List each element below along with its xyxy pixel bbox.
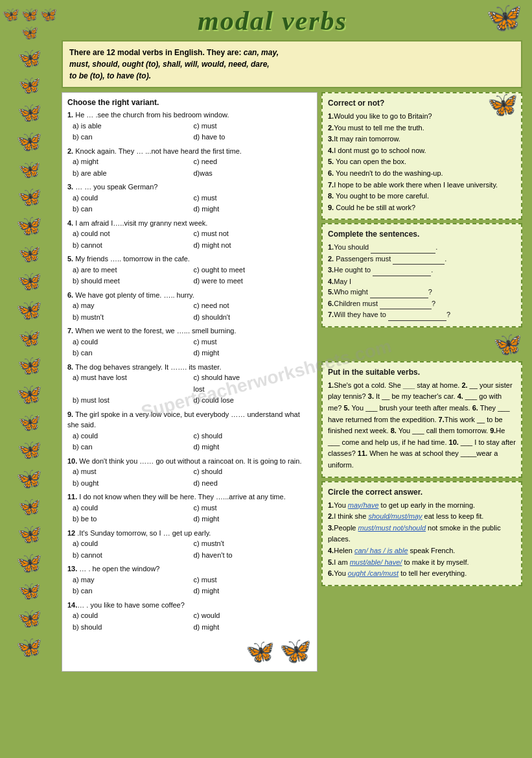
q4-opt-d: d) might not [194,240,312,251]
q14-opt-d: d) might [194,622,312,633]
q7-opt-d: d) might [194,348,312,359]
q6-opt-b: b) mustn't [73,312,191,323]
circle-section: Circle the correct answer. 1.You may/hav… [321,481,522,586]
q13-opt-c: c) must [194,574,312,586]
q1-opt-b: b) can [73,132,191,143]
q14-opt-b: b) should [73,622,191,633]
intro-text: There are 12 modal verbs in English. The… [69,48,279,80]
intro-box: There are 12 modal verbs in English. The… [62,40,522,88]
correct-section-butterfly: 🦋 [487,90,518,119]
q12-opt-a: a) could [73,538,191,549]
q5: 5. My friends ….. tomorrow in the cafe. … [67,254,312,287]
q11-opt-c: c) must [194,503,312,514]
q5-opt-a: a) are to meet [73,265,191,276]
q5-opt-d: d) were to meet [194,276,312,287]
left-section-title: Choose the right variant. [67,98,312,107]
q1-opt-c: c) must [194,121,312,132]
page: 🦋 🦋 🦋 🦋 🦋 🦋 🦋 🦋 🦋 🦋 🦋 🦋 🦋 🦋 🦋 🦋 🦋 🦋 🦋 🦋 … [0,0,532,758]
complete-item-3: 3.He ought to . [328,265,516,276]
q13: 13. … . he open the window? a) may c) mu… [67,563,312,597]
q4-opt-a: a) could not [73,228,191,239]
correct-item-9: 9. Could he be still at work? [328,202,516,214]
q3: 3. … … you speak German? a) could c) mus… [67,182,312,215]
left-column: Choose the right variant. 1. He … .see t… [62,92,318,672]
mid-right-butterfly: 🦋 [321,331,522,358]
q7-opt-a: a) could [73,337,191,348]
butterfly-strip-left: 🦋 🦋 🦋 🦋 🦋 🦋 🦋 🦋 🦋 🦋 🦋 🦋 🦋 🦋 🦋 🦋 🦋 🦋 🦋 🦋 … [0,0,58,758]
q8-opt-b: b) must lost [73,395,191,406]
q10: 10. We don't think you …… go out without… [67,456,312,489]
q10-opt-b: b) ought [73,478,191,489]
q9-opt-a: a) could [73,431,191,442]
complete-item-4: 4.May I [328,276,516,287]
circle-item-1: 1.You may/have to get up early in the mo… [328,500,516,512]
q3-opt-d: d) might [194,204,312,215]
q2-opt-a: a) might [73,156,191,167]
circle-item-6: 6.You ought /can/must to tell her everyt… [328,568,516,580]
q9: 9. The girl spoke in a very low voice, b… [67,409,312,453]
q2-opt-c: c) need [194,156,312,167]
put-verbs-text: 1.She's got a cold. She ___ stay at home… [328,380,516,471]
title-butterfly-icon: 🦋 [486,0,522,34]
correct-section: 🦋 Correct or not? 1.Would you like to go… [321,92,522,220]
complete-item-2: 2. Passengers must . [328,254,516,265]
q14-opt-c: c) would [194,610,312,621]
complete-section: Complete the sentences. 1.You should . 2… [321,223,522,327]
q6-opt-d: d) shouldn't [194,312,312,323]
correct-item-5: 5. You can open the box. [328,156,516,168]
complete-item-7: 7.Will they have to ? [328,309,516,321]
correct-item-4: 4.I dont must go to school now. [328,145,516,157]
q1: 1. He … .see the church from his bedroom… [67,110,312,143]
q3-opt-a: a) could [73,193,191,204]
q7-opt-c: c) must [194,337,312,348]
q12: 12 .It's Sunday tomorrow, so I … get up … [67,528,312,561]
q2: 2. Knock again. They … ...not have heard… [67,146,312,179]
correct-item-8: 8. You ought to be more careful. [328,191,516,202]
q13-opt-d: d) might [194,586,312,597]
complete-item-5: 5.Who might ? [328,287,516,298]
q11-opt-d: d) might [194,514,312,525]
correct-item-3: 3.It may rain tomorrow. [328,134,516,145]
circle-item-2: 2.I think she should/must/may eat less t… [328,511,516,523]
q2-opt-b: b) are able [73,168,191,179]
q5-opt-b: b) should meet [73,276,191,287]
circle-section-title: Circle the correct answer. [328,488,516,497]
title-area: MODAL VERBS 🦋 [62,0,522,36]
q14: 14.… . you like to have some coffee? a) … [67,600,312,633]
complete-section-title: Complete the sentences. [328,230,516,239]
q13-opt-b: b) can [73,586,191,597]
q6-opt-a: a) may [73,300,191,311]
q4-opt-c: c) must not [194,228,312,239]
content-area: Choose the right variant. 1. He … .see t… [62,92,522,672]
q3-opt-b: b) can [73,204,191,215]
q7: 7. When we went to the forest, we …... s… [67,326,312,359]
put-verbs-section: Put in the suitable verbs. 1.She's got a… [321,361,522,478]
q14-opt-a: a) could [73,610,191,621]
q10-opt-a: a) must [73,466,191,477]
q10-opt-d: d) need [194,478,312,489]
correct-item-2: 2.You must to tell me the truth. [328,123,516,134]
q8-opt-d: d) could lose [194,395,312,406]
q1-opt-a: a) is able [73,121,191,132]
circle-item-4: 4.Helen can/ has / is able speak French. [328,545,516,557]
q9-opt-c: c) should [194,431,312,442]
q8-opt-c2: lost [194,384,312,395]
q8: 8. The dog behaves strangely. It ……. its… [67,362,312,406]
q6-opt-c: c) need not [194,300,312,311]
q5-opt-c: c) ought to meet [194,265,312,276]
bottom-left-butterfly: 🦋 🦋 [67,635,312,666]
circle-item-5: 5.I am must/able/ have/ to make it by my… [328,557,516,569]
circle-item-3: 3.People must/must not/should not smoke … [328,523,516,545]
q9-opt-d: d) might [194,442,312,453]
q8-opt-a2 [73,384,191,395]
q9-opt-b: b) can [73,442,191,453]
q8-opt-c: c) should have [194,372,312,383]
q12-opt-b: b) cannot [73,550,191,561]
put-verbs-title: Put in the suitable verbs. [328,368,516,377]
page-title: MODAL VERBS [62,5,522,36]
q11: 11. I do not know when they will be here… [67,492,312,525]
q11-opt-b: b) be to [73,514,191,525]
q11-opt-a: a) could [73,503,191,514]
complete-item-1: 1.You should . [328,242,516,254]
q7-opt-b: b) can [73,348,191,359]
